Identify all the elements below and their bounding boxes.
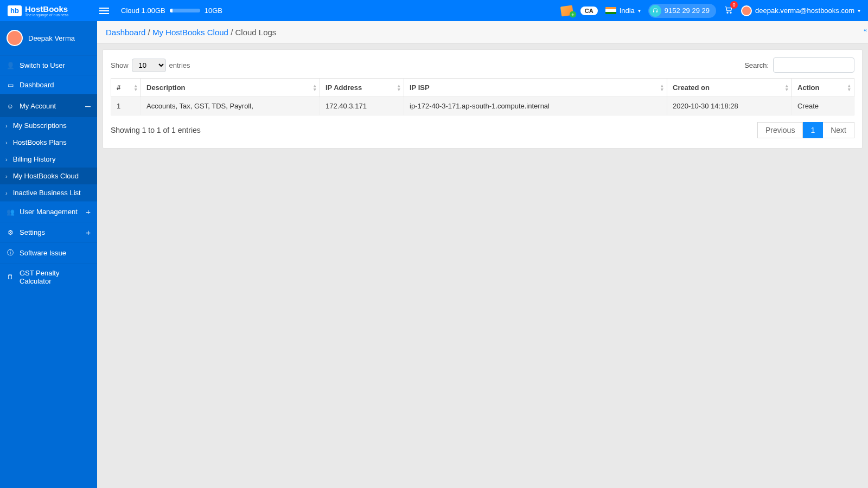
sidebar-sub-inactive[interactable]: › Inactive Business List [0,184,97,201]
logs-card: Show 10 entries Search: #▴▾ Description▴… [103,49,863,149]
table-info: Showing 1 to 1 of 1 entries [111,126,201,134]
country-name: India [620,7,635,15]
support-phone[interactable]: 9152 29 29 29 [648,4,716,18]
chevron-right-icon: › [5,173,8,179]
sidebar-item-label: GST Penalty Calculator [20,269,91,285]
sidebar-item-label: Billing History [13,155,56,163]
brand-name: HostBooks [25,5,68,13]
collapse-icon: – [85,100,91,112]
entries-label: entries [169,61,190,69]
svg-point-0 [727,12,728,13]
page-prev[interactable]: Previous [757,122,803,138]
cart-button[interactable]: 0 [724,5,733,16]
search-label: Search: [744,61,769,69]
show-label: Show [111,61,129,69]
sidebar-sub-plans[interactable]: › HostBooks Plans [0,134,97,151]
sidebar-item-label: Software Issue [20,249,91,257]
sort-icon: ▴▾ [661,84,663,92]
india-flag-icon [605,7,616,14]
sidebar-item-label: Dashboard [20,81,91,89]
breadcrumb: Dashboard / My HostBooks Cloud / Cloud L… [97,21,868,44]
breadcrumb-sep: / [148,28,152,37]
sidebar-sub-billing[interactable]: › Billing History [0,151,97,168]
chevron-down-icon: ▾ [638,8,641,14]
sort-icon: ▴▾ [848,84,851,92]
main-content: Dashboard / My HostBooks Cloud / Cloud L… [97,21,868,488]
sidebar-item-label: HostBooks Plans [13,138,67,146]
country-selector[interactable]: India ▾ [605,7,641,15]
user-menu[interactable]: deepak.verma@hostbooks.com ▾ [741,5,860,16]
cell-index: 1 [111,97,141,115]
sort-icon: ▴▾ [314,84,316,92]
sidebar-sub-cloud[interactable]: › My HostBooks Cloud [0,168,97,184]
col-action[interactable]: Action▴▾ [792,79,854,97]
ca-badge[interactable]: CA [580,7,598,15]
expand-icon: + [86,207,91,216]
page-next[interactable]: Next [823,122,854,138]
brand-tagline: The language of business [25,13,68,17]
sidebar-item-dashboard[interactable]: ▭ Dashboard [0,75,97,94]
cell-ip: 172.40.3.171 [320,97,404,115]
cloud-usage-label: Cloud 1.00GB [121,7,165,15]
sidebar-item-user-mgmt[interactable]: 👥 User Management + [0,201,97,222]
brand-badge: hb [8,5,22,16]
col-ip[interactable]: IP Address▴▾ [320,79,404,97]
page-size-select[interactable]: 10 [132,59,166,72]
sidebar-user-name: Deepak Verma [28,34,75,42]
cell-isp: ip-172-40-3-171.ap-south-1.compute.inter… [404,97,667,115]
user-icon: 👤 [7,62,14,69]
cell-created: 2020-10-30 14:18:28 [667,97,792,115]
sidebar-item-my-account[interactable]: ☺ My Account – [0,94,97,117]
sidebar-item-software-issue[interactable]: ⓘ Software Issue [0,242,97,263]
col-created[interactable]: Created on▴▾ [667,79,792,97]
avatar-icon [741,5,752,16]
page-size-control: Show 10 entries [111,59,190,72]
cell-action: Create [792,97,854,115]
breadcrumb-cloud[interactable]: My HostBooks Cloud [152,28,228,37]
chevron-right-icon: › [5,123,8,129]
ticket-add-icon[interactable] [560,5,573,16]
col-description[interactable]: Description▴▾ [141,79,320,97]
chevron-down-icon: ▾ [858,8,860,14]
cell-desc: Accounts, Tax, GST, TDS, Payroll, [141,97,320,115]
panel-collapse-icon[interactable]: « [864,27,867,33]
support-phone-number: 9152 29 29 29 [665,7,710,15]
sidebar-item-label: Switch to User [20,61,91,69]
col-isp[interactable]: IP ISP▴▾ [404,79,667,97]
sidebar: Deepak Verma 👤 Switch to User ▭ Dashboar… [0,21,97,488]
sort-icon: ▴▾ [786,84,788,92]
expand-icon: + [86,228,91,237]
sidebar-item-label: User Management [20,208,80,216]
sidebar-user[interactable]: Deepak Verma [0,21,97,55]
user-circle-icon: ☺ [7,102,14,110]
table-row: 1 Accounts, Tax, GST, TDS, Payroll, 172.… [111,97,854,115]
cloud-usage-bar [170,9,200,12]
sidebar-item-label: My Subscriptions [13,121,67,130]
breadcrumb-current: Cloud Logs [235,28,276,37]
sort-icon: ▴▾ [398,84,400,92]
calculator-icon: 🗒 [7,273,14,281]
cart-count-badge: 0 [730,1,738,9]
brand-logo[interactable]: hb HostBooks The language of business [8,5,97,17]
chevron-right-icon: › [5,190,8,196]
menu-toggle-icon[interactable] [97,5,111,16]
logs-table: #▴▾ Description▴▾ IP Address▴▾ IP ISP▴▾ … [111,78,854,115]
col-index[interactable]: #▴▾ [111,79,141,97]
sidebar-sub-subscriptions[interactable]: › My Subscriptions [0,117,97,134]
search-input[interactable] [773,57,854,73]
sidebar-item-label: My HostBooks Cloud [13,172,79,180]
page-1[interactable]: 1 [803,122,823,138]
breadcrumb-dashboard[interactable]: Dashboard [106,28,145,37]
info-icon: ⓘ [7,248,14,258]
dashboard-icon: ▭ [7,81,14,89]
users-icon: 👥 [7,208,14,216]
svg-point-1 [730,12,731,13]
sidebar-item-label: Inactive Business List [13,189,81,197]
cloud-total-label: 10GB [205,7,222,15]
user-email: deepak.verma@hostbooks.com [755,7,854,15]
sidebar-item-switch-user[interactable]: 👤 Switch to User [0,55,97,75]
sidebar-item-gst-calc[interactable]: 🗒 GST Penalty Calculator [0,263,97,291]
headset-icon [649,5,661,17]
sidebar-item-settings[interactable]: ⚙ Settings + [0,222,97,242]
sort-icon: ▴▾ [135,84,137,92]
